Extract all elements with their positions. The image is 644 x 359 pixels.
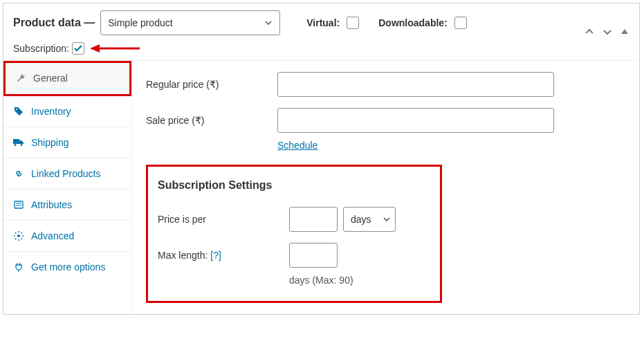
product-data-panel: Product data — Simple product Virtual: D… <box>3 3 640 315</box>
max-length-help[interactable]: [?] <box>210 250 221 261</box>
sidebar-label: Inventory <box>31 106 71 117</box>
panel-body: General Inventory Shipping Linked Produc… <box>3 61 639 314</box>
plug-icon <box>13 262 24 272</box>
max-length-label: Max length: [?] <box>158 250 289 261</box>
svg-marker-2 <box>621 29 628 34</box>
gear-icon <box>13 231 24 241</box>
content-area: Regular price (₹) Sale price (₹) Schedul… <box>132 61 639 314</box>
downloadable-label: Downloadable: <box>378 17 448 28</box>
sidebar-item-inventory[interactable]: Inventory <box>3 96 131 127</box>
downloadable-checkbox[interactable] <box>454 17 467 29</box>
sidebar-item-linked[interactable]: Linked Products <box>3 158 131 190</box>
move-up-icon[interactable] <box>584 26 595 37</box>
schedule-link[interactable]: Schedule <box>277 140 318 151</box>
virtual-label: Virtual: <box>306 17 340 28</box>
unit-value: days <box>351 214 371 225</box>
chevron-down-icon <box>264 19 273 27</box>
sidebar-item-attributes[interactable]: Attributes <box>3 190 131 221</box>
sidebar-label: Attributes <box>31 199 72 210</box>
panel-toggle-controls <box>584 26 629 37</box>
svg-marker-1 <box>90 44 100 53</box>
max-length-input[interactable] <box>289 243 338 268</box>
sidebar: General Inventory Shipping Linked Produc… <box>3 61 132 314</box>
truck-icon <box>13 138 24 147</box>
svg-point-6 <box>17 234 20 237</box>
sidebar-item-more[interactable]: Get more options <box>3 252 131 282</box>
subscription-label: Subscription: <box>13 43 69 54</box>
sidebar-label: General <box>33 73 68 84</box>
price-per-unit-select[interactable]: days <box>343 207 396 232</box>
annotation-arrow-icon <box>90 43 140 54</box>
max-length-hint: days (Max: 90) <box>289 275 430 286</box>
subscription-checkbox[interactable] <box>72 42 84 55</box>
panel-title: Product data — <box>13 17 95 29</box>
product-type-value: Simple product <box>108 17 172 28</box>
product-type-select[interactable]: Simple product <box>100 10 280 35</box>
chevron-down-icon <box>383 215 391 223</box>
virtual-checkbox[interactable] <box>347 17 359 29</box>
wrench-icon <box>15 73 26 83</box>
price-per-input[interactable] <box>289 207 338 232</box>
sidebar-item-general[interactable]: General <box>6 63 129 94</box>
panel-header: Product data — Simple product Virtual: D… <box>3 3 639 61</box>
sidebar-label: Advanced <box>31 230 74 241</box>
subscription-heading: Subscription Settings <box>158 179 430 192</box>
collapse-icon[interactable] <box>620 26 629 37</box>
sidebar-item-advanced[interactable]: Advanced <box>3 221 131 252</box>
price-per-label: Price is per <box>158 214 289 225</box>
link-icon <box>13 169 24 178</box>
notes-icon <box>13 200 24 210</box>
sidebar-label: Get more options <box>31 261 105 273</box>
subscription-settings-box: Subscription Settings Price is per days … <box>146 165 442 303</box>
sale-price-input[interactable] <box>277 108 554 133</box>
svg-rect-3 <box>15 201 23 208</box>
move-down-icon[interactable] <box>602 26 613 37</box>
tag-icon <box>13 107 24 116</box>
sidebar-item-shipping[interactable]: Shipping <box>3 127 131 158</box>
sale-price-label: Sale price (₹) <box>146 115 277 126</box>
sidebar-label: Linked Products <box>31 168 100 179</box>
regular-price-input[interactable] <box>277 72 554 97</box>
regular-price-label: Regular price (₹) <box>146 79 277 90</box>
sidebar-label: Shipping <box>31 137 69 148</box>
